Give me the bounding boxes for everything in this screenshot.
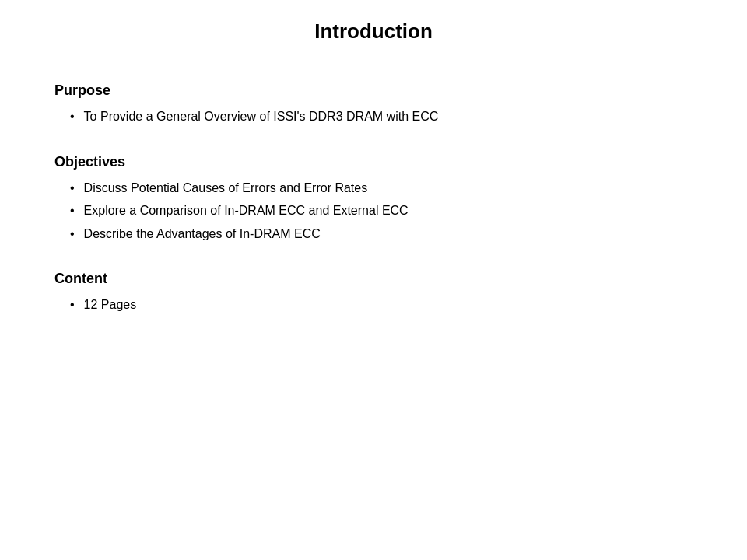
bullet-list-objectives: Discuss Potential Causes of Errors and E… [54, 178, 693, 244]
bullet-item-objectives-2: Describe the Advantages of In-DRAM ECC [54, 224, 693, 244]
sections-container: PurposeTo Provide a General Overview of … [54, 82, 693, 342]
bullet-item-content-0: 12 Pages [54, 295, 693, 315]
section-heading-purpose: Purpose [54, 82, 693, 99]
bullet-list-purpose: To Provide a General Overview of ISSI's … [54, 107, 693, 127]
section-purpose: PurposeTo Provide a General Overview of … [54, 82, 693, 127]
section-heading-content: Content [54, 271, 693, 287]
bullet-list-content: 12 Pages [54, 295, 693, 315]
section-heading-objectives: Objectives [54, 154, 693, 170]
bullet-item-purpose-0: To Provide a General Overview of ISSI's … [54, 107, 693, 127]
section-objectives: ObjectivesDiscuss Potential Causes of Er… [54, 154, 693, 244]
page-container: Introduction PurposeTo Provide a General… [0, 0, 747, 560]
page-title: Introduction [54, 19, 693, 44]
bullet-item-objectives-1: Explore a Comparison of In-DRAM ECC and … [54, 201, 693, 221]
bullet-item-objectives-0: Discuss Potential Causes of Errors and E… [54, 178, 693, 198]
section-content: Content12 Pages [54, 271, 693, 315]
